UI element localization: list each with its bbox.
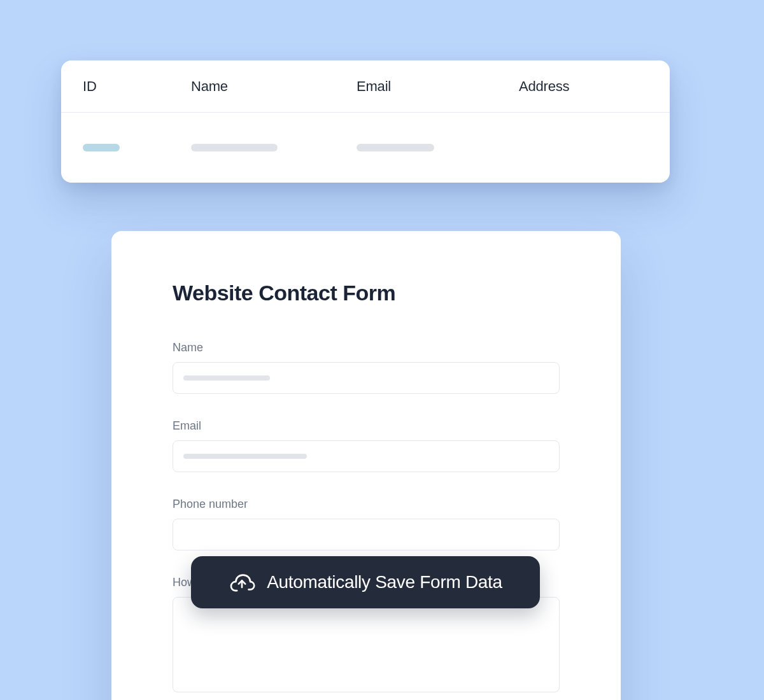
name-input[interactable]: [173, 362, 560, 394]
skeleton-email: [357, 144, 434, 151]
contact-form-card: Website Contact Form Name Email Phone nu…: [111, 231, 621, 700]
auto-save-button-label: Automatically Save Form Data: [267, 572, 502, 592]
data-table-card: ID Name Email Address: [61, 60, 670, 183]
table-header-address: Address: [519, 78, 648, 95]
name-placeholder: [183, 375, 270, 381]
how-textarea[interactable]: [173, 597, 560, 692]
email-input[interactable]: [173, 440, 560, 472]
table-row: [61, 113, 670, 183]
table-header-name: Name: [191, 78, 357, 95]
form-title: Website Contact Form: [173, 281, 560, 305]
phone-input[interactable]: [173, 519, 560, 550]
skeleton-id: [83, 144, 120, 151]
email-placeholder: [183, 454, 307, 459]
field-phone: Phone number: [173, 498, 560, 550]
phone-label: Phone number: [173, 498, 560, 511]
cloud-upload-icon: [229, 573, 255, 592]
auto-save-button[interactable]: Automatically Save Form Data: [191, 556, 540, 608]
table-header-row: ID Name Email Address: [61, 60, 670, 113]
email-label: Email: [173, 419, 560, 433]
table-header-id: ID: [83, 78, 191, 95]
field-email: Email: [173, 419, 560, 472]
table-header-email: Email: [357, 78, 519, 95]
skeleton-name: [191, 144, 278, 151]
field-name: Name: [173, 341, 560, 394]
name-label: Name: [173, 341, 560, 354]
